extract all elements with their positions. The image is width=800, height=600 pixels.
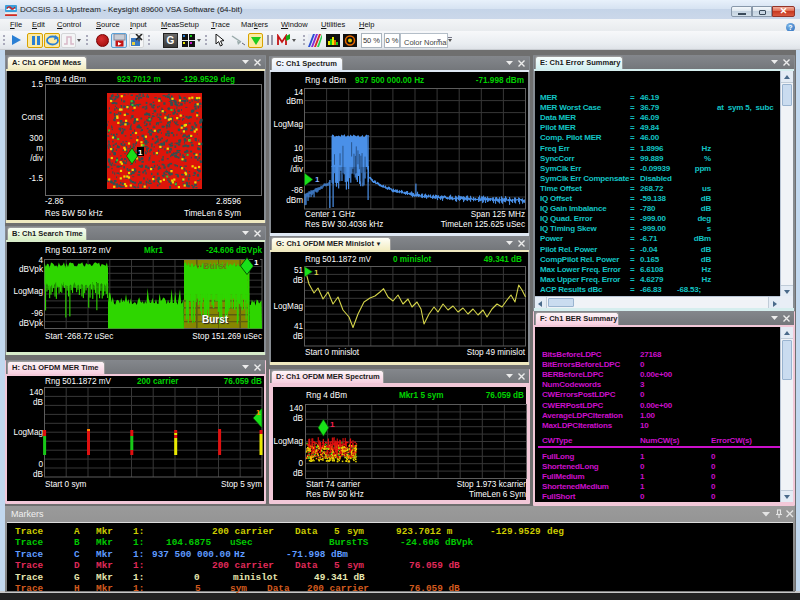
svg-text:1: 1 <box>315 175 320 184</box>
svg-text:Burst: Burst <box>202 314 229 325</box>
svg-text:1: 1 <box>314 268 319 277</box>
svg-text:1: 1 <box>256 408 260 417</box>
svg-text:1: 1 <box>330 420 335 429</box>
svg-text:Burst: Burst <box>203 261 227 271</box>
svg-text:1: 1 <box>138 148 143 157</box>
svg-text:1: 1 <box>254 258 259 267</box>
